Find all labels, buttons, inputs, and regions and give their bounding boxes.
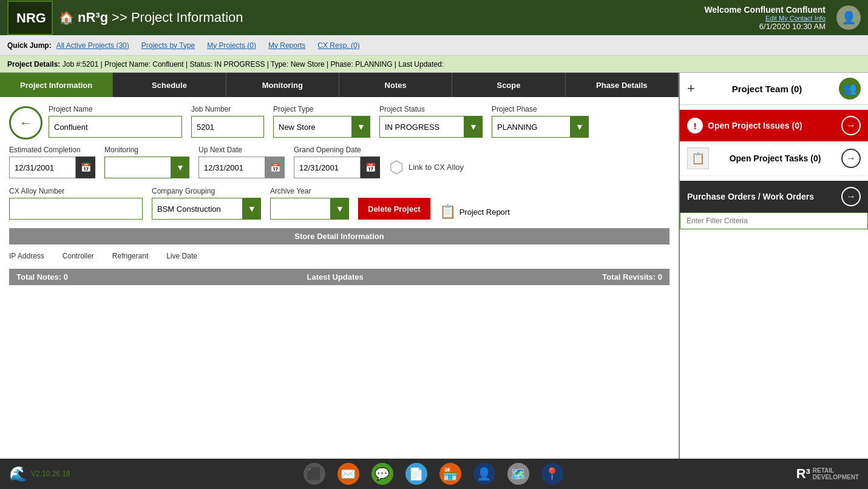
grand-opening-input[interactable]	[294, 157, 361, 178]
up-next-date-input[interactable]	[198, 157, 265, 178]
estimated-completion-calendar-btn[interactable]: 📅	[76, 157, 95, 178]
left-panel: Project Information Schedule Monitoring …	[0, 73, 680, 459]
taskbar: 🌊 V2.10.26.18 ⬛ ✉️ 💬 📄 🏪 👤 🗺️ 📍 R³ RETAI…	[0, 459, 868, 489]
tasks-icon: 📋	[687, 147, 709, 169]
po-header-button[interactable]: Purchase Orders / Work Orders →	[680, 181, 868, 212]
monitoring-arrow[interactable]: ▼	[171, 157, 189, 178]
project-details-text: Job #:5201 | Project Name: Confluent | S…	[63, 60, 444, 69]
taskbar-email-icon[interactable]: ✉️	[337, 463, 359, 485]
project-phase-label: Project Phase	[492, 105, 589, 113]
issue-exclamation-icon: !	[687, 118, 703, 133]
project-name-label: Project Name	[49, 105, 182, 113]
add-team-button[interactable]: +	[687, 81, 695, 96]
project-details-label: Project Details:	[7, 60, 60, 69]
tab-schedule[interactable]: Schedule	[113, 73, 226, 97]
po-filter-input[interactable]	[680, 212, 868, 229]
estimated-completion-group: Estimated Completion 📅	[9, 146, 95, 178]
company-grouping-label: Company Grouping	[152, 187, 261, 195]
up-next-date-date: 📅	[198, 157, 285, 178]
monitoring-select-container: Option 1 ▼	[104, 157, 189, 178]
open-tasks-label: Open Project Tasks (0)	[730, 153, 821, 163]
version-info: 🌊 V2.10.26.18	[9, 465, 70, 482]
monitoring-group: Monitoring Option 1 ▼	[104, 146, 189, 178]
project-type-label: Project Type	[273, 105, 370, 113]
project-phase-group: Project Phase PLANNING DESIGN CONSTRUCTI…	[492, 105, 589, 138]
cx-alloy-link-icon: ⬡	[389, 157, 404, 177]
project-status-select-container: IN PROGRESS COMPLETE ON HOLD ▼	[379, 116, 483, 138]
open-issues-button[interactable]: ! Open Project Issues (0) →	[680, 110, 868, 141]
report-icon: 📋	[439, 204, 456, 220]
open-tasks-button[interactable]: 📋 Open Project Tasks (0) →	[680, 141, 868, 176]
back-button[interactable]: ←	[9, 106, 42, 140]
archive-year-select[interactable]: 2020 2021 2022	[270, 198, 331, 220]
app-header: NRG 🏠 nR³g >> Project Information Welcom…	[0, 0, 868, 35]
taskbar-doc-icon[interactable]: 📄	[405, 463, 427, 485]
project-phase-select[interactable]: PLANNING DESIGN CONSTRUCTION	[492, 116, 571, 138]
tab-scope[interactable]: Scope	[452, 73, 565, 97]
grand-opening-calendar-btn[interactable]: 📅	[361, 157, 380, 178]
delete-project-button[interactable]: Delete Project	[358, 198, 430, 220]
tab-project-information[interactable]: Project Information	[0, 73, 113, 97]
company-grouping-select[interactable]: BSM Construction Other	[152, 198, 243, 220]
tab-notes[interactable]: Notes	[339, 73, 452, 97]
store-detail-row: IP Address Controller Refrigerant Live D…	[9, 248, 670, 264]
cx-alloy-link-label[interactable]: Link to CX Alloy	[409, 163, 464, 172]
nav-my-projects[interactable]: My Projects (0)	[207, 41, 256, 50]
cx-alloy-input[interactable]	[9, 198, 143, 220]
form-row-3: CX Alloy Number Company Grouping BSM Con…	[9, 187, 670, 220]
nav-all-active[interactable]: All Active Projects (30)	[56, 41, 129, 50]
estimated-completion-input[interactable]	[9, 157, 76, 178]
taskbar-store-icon[interactable]: 🏪	[439, 463, 461, 485]
refrigerant-label: Refrigerant	[112, 252, 148, 260]
project-type-select[interactable]: New Store Remodel Service	[273, 116, 352, 138]
job-number-input[interactable]	[191, 116, 264, 138]
taskbar-map-icon[interactable]: 🗺️	[507, 463, 529, 485]
archive-year-select-container: 2020 2021 2022 ▼	[270, 198, 349, 220]
project-type-arrow[interactable]: ▼	[352, 116, 370, 138]
nrg-logo-icon: NRG	[13, 4, 47, 32]
project-type-select-container: New Store Remodel Service ▼	[273, 116, 370, 138]
cx-alloy-group: CX Alloy Number	[9, 187, 143, 220]
taskbar-user-icon[interactable]: 👤	[473, 463, 495, 485]
taskbar-icon-1[interactable]: ⬛	[303, 463, 325, 485]
nav-projects-by-type[interactable]: Projects by Type	[141, 41, 195, 50]
company-grouping-group: Company Grouping BSM Construction Other …	[152, 187, 261, 220]
header-left: NRG 🏠 nR³g >> Project Information	[7, 1, 243, 35]
open-issues-label: Open Project Issues (0)	[708, 121, 802, 130]
project-name-input[interactable]	[49, 116, 182, 138]
estimated-completion-label: Estimated Completion	[9, 146, 95, 154]
po-arrow-icon: →	[841, 187, 861, 206]
project-status-select[interactable]: IN PROGRESS COMPLETE ON HOLD	[379, 116, 464, 138]
company-grouping-arrow[interactable]: ▼	[243, 198, 261, 220]
total-notes: Total Notes: 0	[16, 272, 68, 282]
nav-my-reports[interactable]: My Reports	[268, 41, 305, 50]
taskbar-icons: ⬛ ✉️ 💬 📄 🏪 👤 🗺️ 📍	[303, 463, 563, 485]
edit-contact-link[interactable]: Edit My Contact Info	[704, 15, 826, 22]
up-next-date-calendar-btn[interactable]: 📅	[265, 157, 285, 178]
project-status-arrow[interactable]: ▼	[464, 116, 483, 138]
latest-updates: Latest Updates	[307, 272, 364, 282]
monitoring-select[interactable]: Option 1	[104, 157, 171, 178]
datetime: 6/1/2020 10:30 AM	[704, 22, 826, 31]
archive-year-label: Archive Year	[270, 187, 349, 195]
grand-opening-date: 📅	[294, 157, 380, 178]
taskbar-chat-icon[interactable]: 💬	[371, 463, 393, 485]
project-team-icon: 👥	[839, 78, 861, 99]
tab-phase-details[interactable]: Phase Details	[566, 73, 679, 97]
tab-bar: Project Information Schedule Monitoring …	[0, 73, 679, 97]
estimated-completion-date: 📅	[9, 157, 95, 178]
project-report-group[interactable]: 📋 Project Report	[439, 204, 510, 220]
back-icon: ←	[19, 115, 33, 131]
open-issues-arrow-icon: →	[841, 116, 861, 135]
archive-year-arrow[interactable]: ▼	[331, 198, 349, 220]
project-phase-arrow[interactable]: ▼	[571, 116, 589, 138]
nav-cx-resp[interactable]: CX Resp. (0)	[317, 41, 359, 50]
live-date-label: Live Date	[166, 252, 197, 260]
project-details-bar: Project Details: Job #:5201 | Project Na…	[0, 56, 868, 73]
tab-monitoring[interactable]: Monitoring	[226, 73, 339, 97]
store-detail-header: Store Detail Information	[9, 228, 670, 244]
home-icon[interactable]: 🏠	[59, 10, 74, 25]
taskbar-location-icon[interactable]: 📍	[541, 463, 563, 485]
svg-text:NRG: NRG	[16, 10, 46, 25]
up-next-date-label: Up Next Date	[198, 146, 285, 154]
